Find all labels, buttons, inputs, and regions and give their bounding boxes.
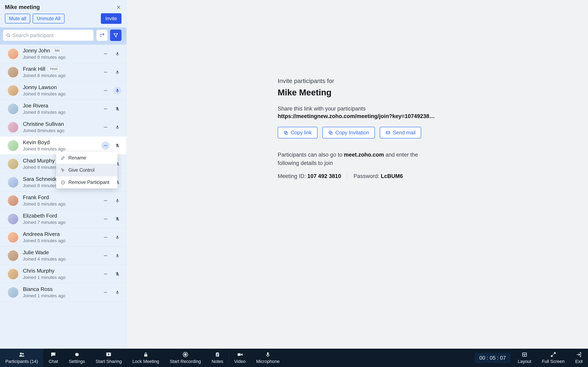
participant-mic-status[interactable] [113,123,121,131]
toolbar-exit[interactable]: Exit [570,349,588,367]
avatar [7,268,19,280]
participant-more-button[interactable] [102,197,110,205]
toolbar-fullscreen[interactable]: Full Screen [536,349,570,367]
svg-point-9 [104,90,105,91]
mail-icon [385,130,390,135]
participant-info: Christine SullivanJoined 8minutes ago [23,121,97,133]
remove-icon [61,180,65,185]
participant-mic-status[interactable] [113,50,121,58]
toolbar-chat[interactable]: Chat [43,349,63,367]
toolbar-fullscreen-label: Full Screen [542,359,564,364]
toolbar-video[interactable]: Video [229,349,251,367]
participant-row[interactable]: Chris MurphyJoined 1 minutes ago [0,265,126,283]
toolbar-settings[interactable]: Settings [63,349,90,367]
participant-mic-status[interactable] [113,105,121,113]
ctx-rename[interactable]: Rename [56,152,117,164]
participant-row[interactable]: Frank FordJoined 8 minutes ago [0,192,126,210]
toolbar-layout[interactable]: Layout [512,349,536,367]
participant-row[interactable]: Andreea RiveraJoined 5 minutes ago [0,228,126,247]
participant-more-button[interactable] [102,215,110,223]
participant-row[interactable]: Jonny LawsonJoined 8 minutes ago [0,81,126,100]
participant-badge: Host [48,66,60,72]
participant-mic-status[interactable] [113,233,121,242]
mute-all-button[interactable]: Mute all [5,14,30,24]
toolbar-mic[interactable]: Microphone [251,349,285,367]
participant-more-button[interactable] [102,105,110,113]
participant-mic-status[interactable] [113,252,121,260]
svg-point-55 [105,292,106,293]
participant-mic-status[interactable] [113,142,121,150]
svg-point-14 [105,108,106,109]
participant-mic-status[interactable] [113,86,121,95]
send-mail-button[interactable]: Send mail [380,127,421,138]
participant-more-button[interactable] [102,123,110,131]
participant-joined: Joined 8 minutes ago [23,201,97,207]
search-input-wrap[interactable] [3,30,94,41]
avatar [7,140,19,151]
participant-mic-status[interactable] [113,215,121,223]
invite-lead: Invite participants for [278,77,437,84]
participant-more-button[interactable] [102,288,110,296]
participant-info: Kevin BoydJoined 8 minutes ago [23,139,97,152]
participant-more-button[interactable] [102,142,110,150]
participant-row[interactable]: Jonny JohnMeJoined 8 minutes ago [0,45,126,63]
participant-row[interactable]: Julie WadeJoined 4 minutes ago [0,247,126,265]
participant-joined: Joined 7 minutes ago [23,220,97,225]
video-icon [237,351,243,358]
copy-invitation-button[interactable]: Copy Invitation [322,127,375,138]
participant-mic-status[interactable] [113,270,121,278]
unmute-all-button[interactable]: Unmute All [33,14,65,24]
divider [347,173,347,179]
lock-icon [143,351,149,358]
participants-list[interactable]: Jonny JohnMeJoined 8 minutes agoFrank Hi… [0,45,126,349]
svg-rect-57 [117,291,118,293]
svg-rect-8 [117,71,118,73]
ctx-remove[interactable]: Remove Participant [56,176,117,188]
avatar [7,67,19,78]
participant-mic-status[interactable] [113,68,121,76]
participant-more-button[interactable] [102,50,110,58]
toolbar-participants[interactable]: Participants (14) [0,349,43,367]
sort-button[interactable] [96,30,108,41]
send-mail-label: Send mail [393,130,415,136]
participant-row[interactable]: Frank HillHostJoined 8 minutes ago [0,63,126,81]
participant-joined: Joined 1 minutes ago [23,293,97,299]
participant-row[interactable]: Kevin BoydJoined 8 minutes agoRenameGive… [0,136,126,155]
ctx-give-control[interactable]: Give Control [56,164,117,176]
ctx-remove-label: Remove Participant [68,180,109,185]
participant-row[interactable]: Christine SullivanJoined 8minutes ago [0,118,126,136]
participant-more-button[interactable] [102,86,110,95]
svg-point-11 [106,90,107,91]
invite-link[interactable]: https://meetingnew.zoho.com/meeting/join… [278,113,437,119]
participant-row[interactable]: Joe RiveraJoined 8 minutes ago [0,100,126,118]
close-panel-button[interactable] [116,4,121,10]
svg-point-42 [104,237,105,238]
participant-name: Sara Schneider [23,176,60,182]
pencil-icon [61,156,65,160]
participant-more-button[interactable] [102,233,110,242]
toolbar-mic-label: Microphone [256,359,280,364]
toolbar-share[interactable]: Start Sharing [90,349,127,367]
invite-button[interactable]: Invite [101,13,121,24]
participant-info: Joe RiveraJoined 8 minutes ago [23,103,97,115]
participant-more-button[interactable] [102,270,110,278]
search-input[interactable] [12,33,91,38]
participant-row[interactable]: Elizabeth FordJoined 7 minutes ago [0,210,126,228]
participant-more-button[interactable] [102,252,110,260]
participant-mic-status[interactable] [113,288,121,296]
participant-more-button[interactable] [102,68,110,76]
participants-icon [18,351,25,358]
svg-point-54 [104,292,105,293]
svg-point-63 [20,352,22,355]
filter-button[interactable] [110,30,121,41]
toolbar-record[interactable]: Start Recording [164,349,206,367]
toolbar-lock[interactable]: Lock Meeting [127,349,164,367]
svg-point-22 [105,145,106,146]
ctx-rename-label: Rename [68,155,86,161]
participant-mic-status[interactable] [113,197,121,205]
sort-icon [99,33,105,38]
copy-link-button[interactable]: Copy link [278,127,318,138]
participant-joined: Joined 8 minutes ago [23,73,97,78]
toolbar-notes[interactable]: Notes [206,349,228,367]
participant-row[interactable]: Bianca RossJoined 1 minutes ago [0,283,126,301]
